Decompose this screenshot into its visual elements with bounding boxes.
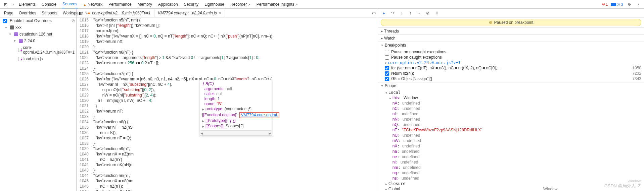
scope-variable[interactable]: nA: undefined [381, 101, 644, 106]
tooltip-prop: [[FunctionLocation]] [202, 113, 237, 117]
bp-file[interactable]: core-optimi.v2.24.0.min.js?v=1 [385, 60, 641, 65]
folder-label: 2.24.0 [24, 39, 35, 43]
tab-security[interactable]: Security [183, 1, 199, 8]
scope-variable[interactable]: nT: "ZGbcKRcwWbznF2zp9AASNj128DRdfHLX" [381, 127, 644, 133]
navigator-tabs: Page Overrides Snippets Workspace » ⋮ [0, 9, 77, 17]
tab-sources[interactable]: Sources [62, 0, 78, 8]
tree-file-1[interactable]: core-optimi.v2.24.0.min.js%3Fv=1 [0, 44, 76, 56]
section-watch[interactable]: Watch [378, 35, 644, 42]
tab-performance[interactable]: Performance [108, 1, 132, 8]
scope-variable[interactable]: nC: undefined [381, 106, 644, 111]
tab-memory[interactable]: Memory [137, 1, 153, 8]
enable-overrides[interactable]: Enable Local Overrides ⊘ [0, 17, 76, 24]
tree-root[interactable]: xxx [0, 24, 76, 31]
scope-variable[interactable]: nW: undefined [381, 138, 644, 143]
scope-variable[interactable]: nN: undefined [381, 117, 644, 122]
scope-this[interactable]: this: Window [381, 95, 644, 101]
breakpoint-item[interactable]: return nz(nl);7232 [385, 71, 641, 76]
section-breakpoints[interactable]: Breakpoints [378, 42, 644, 49]
watermark: Window CSDN @局外人LZ [604, 179, 641, 189]
step-out-icon[interactable]: ↑ [408, 10, 413, 16]
tab-network[interactable]: Network [83, 1, 103, 8]
function-location-link[interactable]: VM7794 core-optimi. [241, 113, 278, 117]
file-tab-label: core-optimi.v2....0.min.js%3Fv=1 [92, 11, 150, 15]
toggle-nav-icon[interactable]: ◧ [79, 11, 82, 15]
subtab-page[interactable]: Page [1, 9, 16, 17]
scope-variable[interactable]: na: undefined [381, 149, 644, 154]
step-icon[interactable]: → [416, 10, 422, 16]
navigator-pane: Enable Local Overrides ⊘ xxx cstaticdun.… [0, 17, 77, 191]
error-count[interactable]: 1 [602, 2, 608, 7]
more-icon[interactable]: ⋮ [635, 1, 642, 8]
js-file-icon [18, 48, 22, 52]
tab-application[interactable]: Application [157, 1, 179, 8]
folder-label: cstaticdun.126.net [19, 32, 52, 37]
step-into-icon[interactable]: ↓ [399, 10, 404, 16]
scope-variable[interactable]: nl: undefined [381, 160, 644, 165]
modified-dot-icon: ● [88, 11, 90, 15]
message-count[interactable]: 3 [611, 2, 623, 7]
scope-variable[interactable]: nX: undefined [381, 143, 644, 149]
tooltip-scrollbar[interactable] [200, 130, 272, 135]
step-over-icon[interactable]: ↷ [390, 10, 396, 16]
clear-overrides-icon[interactable]: ⊘ [72, 18, 75, 23]
pause-caught[interactable]: Pause on caught exceptions [385, 55, 641, 60]
pause-uncaught[interactable]: Pause on uncaught exceptions [385, 49, 641, 55]
tree-folder[interactable]: 2.24.0 [0, 38, 76, 44]
enable-overrides-label: Enable Local Overrides [10, 18, 52, 23]
subtab-snippets[interactable]: Snippets [39, 9, 60, 17]
deactivate-bp-icon[interactable]: ⊘ [425, 10, 430, 16]
tab-elements[interactable]: Elements [18, 1, 36, 8]
breakpoint-item[interactable]: for (var nm = nZ(nT), nX = n8(), nC = nr… [385, 65, 641, 71]
subtab-overrides[interactable]: Overrides [16, 9, 39, 17]
file-label: core-optimi.v2.24.0.min.js%3Fv=1 [23, 45, 75, 55]
file-tab-label: VM7794 core-opt...v2.24.0.min.js [158, 11, 217, 15]
inspect-icon[interactable]: ◩ [2, 1, 9, 8]
settings-icon[interactable]: ⚙ [626, 1, 633, 8]
main-panes: Enable Local Overrides ⊘ xxx cstaticdun.… [0, 17, 644, 191]
enable-overrides-checkbox[interactable] [3, 19, 7, 23]
tab-performance-insights[interactable]: Performance insights [256, 1, 298, 8]
tree-file-2[interactable]: load.min.js [0, 56, 76, 62]
tooltip-val: {constructor: ƒ} [225, 107, 252, 111]
panel-tabs: Elements Console Sources Network Perform… [18, 0, 298, 8]
tooltip-val: ƒ () [229, 118, 235, 123]
scope-variable[interactable]: nm: undefined [381, 165, 644, 170]
folder-icon [19, 39, 23, 43]
breakpoint-item[interactable]: G5 = Object["assign"]({7343 [385, 76, 641, 81]
device-icon[interactable]: ▭ [9, 1, 15, 8]
file-label: load.min.js [24, 57, 43, 61]
scope-variable[interactable]: ne: undefined [381, 154, 644, 160]
scope-variable[interactable]: nq: undefined [381, 170, 644, 176]
tab-console[interactable]: Console [41, 1, 57, 8]
section-scope[interactable]: Scope [378, 82, 644, 89]
scope-variable[interactable]: nI: undefined [381, 111, 644, 117]
debugger-controls: ▸ ↷ ↓ ↑ → ⊘ ⏸ [378, 10, 644, 16]
scope-variable[interactable]: nQ: undefined [381, 122, 644, 127]
folder-icon [14, 32, 18, 36]
paused-banner: Paused on breakpoint [381, 19, 641, 26]
close-tab-icon[interactable]: × [219, 11, 221, 15]
file-tab-1[interactable]: ● core-optimi.v2....0.min.js%3Fv=1 [84, 9, 154, 17]
tooltip-prop[interactable]: [[Prototype]] [205, 118, 227, 123]
object-preview-tooltip: ƒ B(C) arguments: null caller: null leng… [200, 80, 272, 135]
toggle-dbg-icon[interactable]: ▭ [372, 11, 376, 15]
editor-tabs: ◧ ● core-optimi.v2....0.min.js%3Fv=1 VM7… [77, 9, 378, 17]
folder-label: xxx [15, 25, 21, 30]
tab-lighthouse[interactable]: Lighthouse [204, 1, 225, 8]
tooltip-prop[interactable]: prototype [205, 107, 222, 111]
scope-variable[interactable]: nU: undefined [381, 133, 644, 138]
tooltip-prop[interactable]: [[Scopes]] [205, 124, 223, 128]
resume-icon[interactable]: ▸ [381, 10, 387, 16]
line-gutter[interactable]: 1015101610171018101910201021102210231024… [77, 17, 91, 191]
code-editor[interactable]: 1015101610171018101910201021102210231024… [77, 17, 378, 191]
pause-exceptions-icon[interactable]: ⏸ [434, 10, 439, 16]
debugger-pane: Paused on breakpoint Threads Watch Break… [378, 17, 644, 191]
js-file-icon [18, 57, 22, 61]
section-threads[interactable]: Threads [378, 28, 644, 35]
tab-recorder[interactable]: Recorder [230, 1, 251, 8]
file-tab-2[interactable]: VM7794 core-opt...v2.24.0.min.js × [154, 9, 225, 17]
folder-icon [10, 25, 14, 29]
scope-local[interactable]: Local [381, 90, 644, 95]
tree-domain[interactable]: cstaticdun.126.net [0, 31, 76, 38]
